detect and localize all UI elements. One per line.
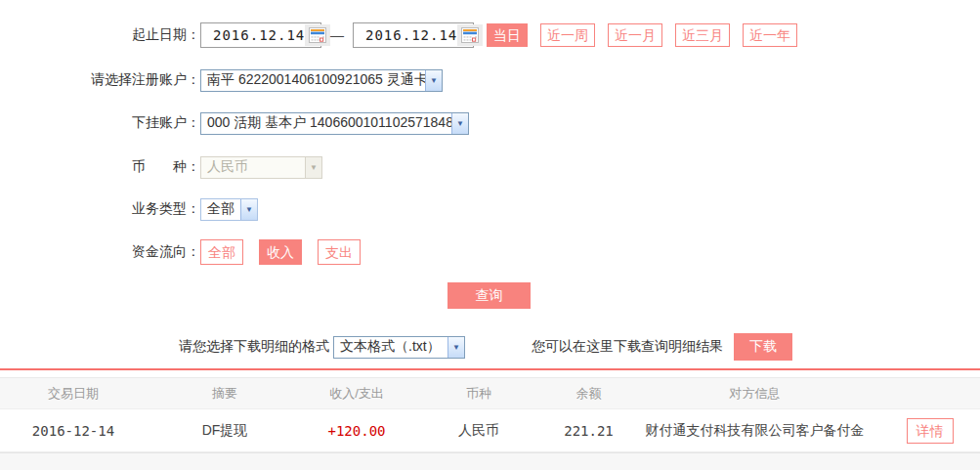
col-header-counterparty: 对方信息: [630, 378, 879, 409]
table-row: 2016-12-14 DF提现 +120.00 人民币 221.21 财付通支付…: [0, 409, 980, 452]
col-header-currency: 币种: [410, 378, 547, 409]
chevron-down-icon: ▼: [240, 199, 257, 220]
chevron-down-icon: ▼: [425, 70, 442, 91]
currency-select: 人民币 ▼: [200, 156, 322, 179]
cell-date: 2016-12-14: [0, 409, 147, 452]
start-date-value: 2016.12.14: [213, 27, 305, 43]
quick-range-today-button[interactable]: 当日: [487, 23, 528, 47]
business-type-row: 业务类型： 全部 ▼: [0, 198, 980, 220]
quick-range-month-button[interactable]: 近一月: [608, 23, 662, 47]
business-type-label: 业务类型：: [0, 200, 200, 218]
fund-flow-expense-button[interactable]: 支出: [318, 239, 361, 265]
currency-row: 币 种： 人民币 ▼: [0, 156, 980, 178]
sub-account-row: 下挂账户： 000 活期 基本户 1406600101102571848 ▼: [0, 112, 980, 134]
col-header-date: 交易日期: [0, 378, 147, 409]
currency-value: 人民币: [201, 158, 254, 176]
sub-account-label: 下挂账户：: [0, 114, 200, 132]
query-row: 查询: [0, 282, 980, 309]
currency-label: 币 种：: [0, 158, 200, 176]
chevron-down-icon: ▼: [451, 113, 468, 134]
download-format-value: 文本格式（.txt）: [334, 338, 447, 356]
fund-flow-income-button[interactable]: 收入: [259, 239, 302, 265]
register-account-select[interactable]: 南平 6222001406100921065 灵通卡 ▼: [200, 69, 443, 92]
fund-flow-label: 资金流向：: [0, 243, 200, 261]
download-hint: 您可以在这里下载查询明细结果: [532, 338, 723, 356]
register-account-value: 南平 6222001406100921065 灵通卡: [201, 71, 425, 89]
business-type-value: 全部: [201, 200, 240, 218]
cell-summary: DF提现: [147, 409, 303, 452]
download-button[interactable]: 下载: [734, 333, 792, 361]
col-header-summary: 摘要: [147, 378, 303, 409]
date-range-row: 起止日期： 2016.12.14 —: [0, 21, 980, 48]
date-range-label: 起止日期：: [0, 26, 200, 44]
footer-strip: [0, 452, 980, 470]
quick-range-3months-button[interactable]: 近三月: [675, 23, 730, 47]
download-format-label: 请您选择下载明细的格式: [179, 338, 329, 356]
quick-range-year-button[interactable]: 近一年: [743, 23, 797, 47]
calendar-icon[interactable]: [457, 24, 483, 46]
sub-account-select[interactable]: 000 活期 基本户 1406600101102571848 ▼: [200, 112, 469, 135]
fund-flow-all-button[interactable]: 全部: [200, 239, 243, 265]
cell-amount: +120.00: [303, 409, 410, 452]
end-date-input[interactable]: 2016.12.14: [353, 22, 474, 48]
cell-currency: 人民币: [410, 409, 547, 452]
download-format-select[interactable]: 文本格式（.txt） ▼: [333, 336, 465, 359]
col-header-amount: 收入/支出: [303, 378, 410, 409]
fund-flow-row: 资金流向： 全部 收入 支出: [0, 238, 980, 265]
business-type-select[interactable]: 全部 ▼: [200, 198, 258, 221]
chevron-down-icon: ▼: [305, 157, 321, 178]
start-date-input[interactable]: 2016.12.14: [200, 22, 321, 48]
download-row: 请您选择下载明细的格式 文本格式（.txt） ▼ 您可以在这里下载查询明细结果 …: [0, 333, 980, 361]
red-separator-line: [0, 368, 980, 370]
col-header-balance: 余额: [547, 378, 630, 409]
detail-button[interactable]: 详情: [907, 418, 954, 444]
chevron-down-icon: ▼: [447, 337, 464, 358]
end-date-value: 2016.12.14: [365, 27, 457, 43]
register-account-label: 请选择注册账户：: [0, 71, 200, 89]
sub-account-value: 000 活期 基本户 1406600101102571848: [201, 114, 451, 132]
query-button[interactable]: 查询: [447, 282, 531, 309]
cell-balance: 221.21: [547, 409, 630, 452]
table-header-row: 交易日期 摘要 收入/支出 币种 余额 对方信息: [0, 378, 980, 409]
calendar-icon[interactable]: [305, 24, 330, 46]
transaction-query-page: 起止日期： 2016.12.14 —: [0, 0, 980, 470]
register-account-row: 请选择注册账户： 南平 6222001406100921065 灵通卡 ▼: [0, 69, 980, 91]
col-header-action: [879, 378, 980, 409]
date-range-separator: —: [330, 27, 344, 43]
quick-range-week-button[interactable]: 近一周: [540, 23, 595, 47]
cell-counterparty: 财付通支付科技有限公司客户备付金: [630, 409, 879, 452]
results-table: 交易日期 摘要 收入/支出 币种 余额 对方信息 2016-12-14 DF提现…: [0, 377, 980, 452]
